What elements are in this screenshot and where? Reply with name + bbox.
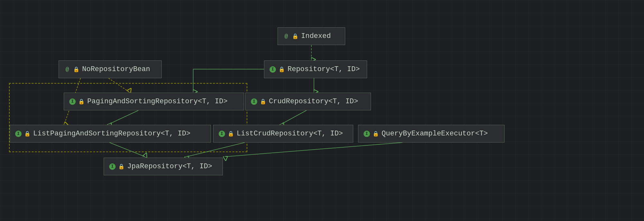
- node-label: JpaRepository<T, ID>: [127, 162, 212, 170]
- lock-icon: 🔒: [373, 131, 379, 137]
- node-label: ListCrudRepository<T, ID>: [237, 130, 343, 138]
- node-label: QueryByExampleExecutor<T>: [382, 130, 488, 138]
- svg-line-9: [225, 143, 402, 157]
- interface-icon: I: [15, 131, 22, 137]
- node-label: Repository<T, ID>: [288, 65, 360, 73]
- interface-icon: I: [270, 66, 276, 73]
- lock-icon: 🔒: [260, 98, 266, 105]
- interface-icon: I: [364, 131, 370, 137]
- node-query-by-example-executor[interactable]: I 🔒 QueryByExampleExecutor<T>: [358, 125, 505, 143]
- node-no-repository-bean[interactable]: @ 🔒 NoRepositoryBean: [59, 60, 162, 78]
- svg-line-6: [109, 110, 138, 124]
- interface-icon: I: [251, 98, 257, 105]
- lock-icon: 🔒: [118, 163, 125, 170]
- lock-icon: 🔒: [292, 33, 298, 40]
- node-crud-repository[interactable]: I 🔒 CrudRepository<T, ID>: [245, 93, 371, 110]
- lock-icon: 🔒: [78, 98, 85, 105]
- node-indexed[interactable]: @ 🔒 Indexed: [278, 27, 345, 45]
- node-repository[interactable]: I 🔒 Repository<T, ID>: [264, 60, 367, 78]
- interface-icon: I: [219, 131, 225, 137]
- node-list-paging-sorting-repository[interactable]: I 🔒 ListPagingAndSortingRepository<T, ID…: [10, 125, 211, 143]
- svg-line-10: [109, 78, 129, 92]
- node-label: PagingAndSortingRepository<T, ID>: [87, 97, 228, 106]
- diagram-canvas: @ 🔒 Indexed @ 🔒 NoRepositoryBean I 🔒 Rep…: [0, 0, 644, 221]
- annotation-icon: @: [64, 66, 71, 73]
- annotation-icon: @: [283, 33, 289, 40]
- node-label: CrudRepository<T, ID>: [269, 97, 358, 106]
- lock-icon: 🔒: [228, 131, 234, 137]
- lock-icon: 🔒: [73, 66, 80, 73]
- node-label: NoRepositoryBean: [82, 65, 150, 73]
- node-label: ListPagingAndSortingRepository<T, ID>: [33, 130, 190, 138]
- svg-line-8: [187, 143, 245, 157]
- node-jpa-repository[interactable]: I 🔒 JpaRepository<T, ID>: [104, 158, 223, 175]
- svg-line-7: [109, 143, 145, 157]
- lock-icon: 🔒: [279, 66, 285, 73]
- svg-line-5: [282, 110, 307, 124]
- node-paging-sorting-repository[interactable]: I 🔒 PagingAndSortingRepository<T, ID>: [64, 93, 244, 110]
- interface-icon: I: [69, 98, 76, 105]
- node-list-crud-repository[interactable]: I 🔒 ListCrudRepository<T, ID>: [213, 125, 353, 143]
- lock-icon: 🔒: [24, 131, 31, 137]
- interface-icon: I: [109, 163, 116, 170]
- node-label: Indexed: [301, 32, 331, 40]
